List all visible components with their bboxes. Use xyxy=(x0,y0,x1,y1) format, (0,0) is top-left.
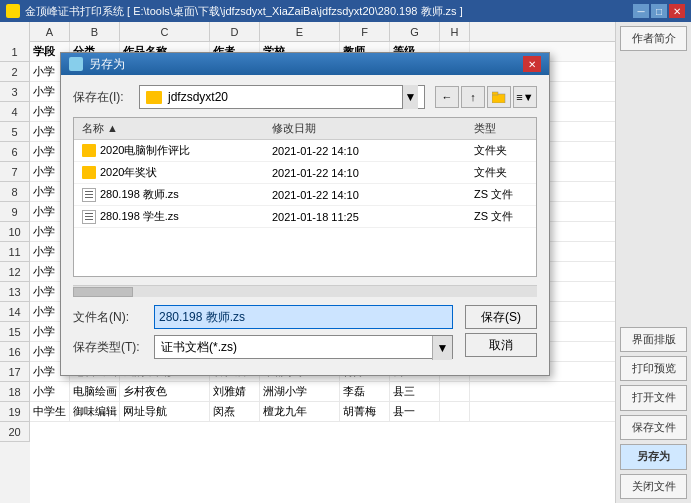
save-file-button[interactable]: 保存文件 xyxy=(620,415,687,440)
dialog-close-button[interactable]: ✕ xyxy=(523,56,541,72)
right-sidebar: 作者简介 界面排版 打印预览 打开文件 保存文件 另存为 关闭文件 xyxy=(615,22,691,503)
open-file-button[interactable]: 打开文件 xyxy=(620,385,687,410)
view-button[interactable]: ≡▼ xyxy=(513,86,537,108)
col-date: 修改日期 xyxy=(264,121,466,136)
filename-label: 文件名(N): xyxy=(73,309,148,326)
close-button[interactable]: ✕ xyxy=(669,4,685,18)
folder-icon xyxy=(82,166,96,179)
new-folder-button[interactable] xyxy=(487,86,511,108)
file-name: 2020年奖状 xyxy=(74,165,264,180)
spreadsheet: A B C D E F G H 1 2 3 4 5 6 7 8 9 10 11 xyxy=(0,22,615,503)
file-date: 2021-01-18 11:25 xyxy=(264,211,466,223)
list-item[interactable]: 280.198 教师.zs 2021-01-22 14:10 ZS 文件 xyxy=(74,184,536,206)
spacer xyxy=(620,55,687,322)
folder-icon xyxy=(146,91,162,104)
minimize-button[interactable]: ─ xyxy=(633,4,649,18)
file-date: 2021-01-22 14:10 xyxy=(264,189,466,201)
form-fields: 文件名(N): 保存类型(T): 证书文档(*.zs) ▼ xyxy=(73,305,453,365)
save-location-label: 保存在(I): xyxy=(73,89,133,106)
save-location-value: jdfzsdyxt20 xyxy=(168,90,396,104)
file-list-header: 名称 ▲ 修改日期 类型 xyxy=(74,118,536,140)
file-date: 2021-01-22 14:10 xyxy=(264,167,466,179)
scrollbar-thumb[interactable] xyxy=(73,287,133,297)
filetype-select[interactable]: 证书文档(*.zs) ▼ xyxy=(154,335,453,359)
file-date: 2021-01-22 14:10 xyxy=(264,145,466,157)
filename-row: 文件名(N): xyxy=(73,305,453,329)
doc-icon xyxy=(82,210,96,224)
window-controls: ─ □ ✕ xyxy=(633,4,685,18)
filename-section: 文件名(N): 保存类型(T): 证书文档(*.zs) ▼ xyxy=(73,305,537,365)
col-type: 类型 xyxy=(466,121,536,136)
back-button[interactable]: ← xyxy=(435,86,459,108)
save-as-button[interactable]: 另存为 xyxy=(620,444,687,469)
dialog-body: 保存在(I): jdfzsdyxt20 ▼ ← ↑ xyxy=(61,75,549,375)
doc-icon xyxy=(82,188,96,202)
layout-button[interactable]: 界面排版 xyxy=(620,327,687,352)
save-location-row: 保存在(I): jdfzsdyxt20 ▼ ← ↑ xyxy=(73,85,537,109)
filetype-row: 保存类型(T): 证书文档(*.zs) ▼ xyxy=(73,335,453,359)
filename-input[interactable] xyxy=(154,305,453,329)
dialog-overlay: 另存为 ✕ 保存在(I): jdfzsdyxt20 ▼ xyxy=(0,22,615,503)
filetype-label: 保存类型(T): xyxy=(73,339,148,356)
dropdown-arrow-icon[interactable]: ▼ xyxy=(402,85,418,109)
title-bar: 金顶峰证书打印系统 [ E:\tools\桌面\下载\jdfzsdyxt_Xia… xyxy=(0,0,691,22)
file-type: 文件夹 xyxy=(466,143,536,158)
horizontal-scrollbar[interactable] xyxy=(73,285,537,297)
dialog-title: 另存为 xyxy=(89,56,523,73)
file-list: 名称 ▲ 修改日期 类型 2020电脑制作评比 2021-01-22 14:10… xyxy=(73,117,537,277)
file-name: 2020电脑制作评比 xyxy=(74,143,264,158)
toolbar-icons: ← ↑ ≡▼ xyxy=(435,86,537,108)
maximize-button[interactable]: □ xyxy=(651,4,667,18)
dialog-icon xyxy=(69,57,83,71)
main-container: A B C D E F G H 1 2 3 4 5 6 7 8 9 10 11 xyxy=(0,22,691,503)
file-type: ZS 文件 xyxy=(466,187,536,202)
dialog-title-bar: 另存为 ✕ xyxy=(61,53,549,75)
svg-rect-1 xyxy=(492,92,498,95)
col-name: 名称 ▲ xyxy=(74,121,264,136)
file-name: 280.198 学生.zs xyxy=(74,209,264,224)
cancel-button[interactable]: 取消 xyxy=(465,333,537,357)
list-item[interactable]: 280.198 学生.zs 2021-01-18 11:25 ZS 文件 xyxy=(74,206,536,228)
author-intro-button[interactable]: 作者简介 xyxy=(620,26,687,51)
dialog-buttons: 保存(S) 取消 xyxy=(465,305,537,357)
close-file-button[interactable]: 关闭文件 xyxy=(620,474,687,499)
filetype-dropdown-arrow[interactable]: ▼ xyxy=(432,336,452,360)
print-preview-button[interactable]: 打印预览 xyxy=(620,356,687,381)
folder-icon xyxy=(82,144,96,157)
svg-rect-0 xyxy=(492,94,505,103)
filetype-value: 证书文档(*.zs) xyxy=(161,339,446,356)
file-type: ZS 文件 xyxy=(466,209,536,224)
file-type: 文件夹 xyxy=(466,165,536,180)
save-location-dropdown[interactable]: jdfzsdyxt20 ▼ xyxy=(139,85,425,109)
up-button[interactable]: ↑ xyxy=(461,86,485,108)
title-text: 金顶峰证书打印系统 [ E:\tools\桌面\下载\jdfzsdyxt_Xia… xyxy=(25,4,633,19)
file-name: 280.198 教师.zs xyxy=(74,187,264,202)
save-as-dialog: 另存为 ✕ 保存在(I): jdfzsdyxt20 ▼ xyxy=(60,52,550,376)
app-icon xyxy=(6,4,20,18)
list-item[interactable]: 2020年奖状 2021-01-22 14:10 文件夹 xyxy=(74,162,536,184)
list-item[interactable]: 2020电脑制作评比 2021-01-22 14:10 文件夹 xyxy=(74,140,536,162)
save-button[interactable]: 保存(S) xyxy=(465,305,537,329)
